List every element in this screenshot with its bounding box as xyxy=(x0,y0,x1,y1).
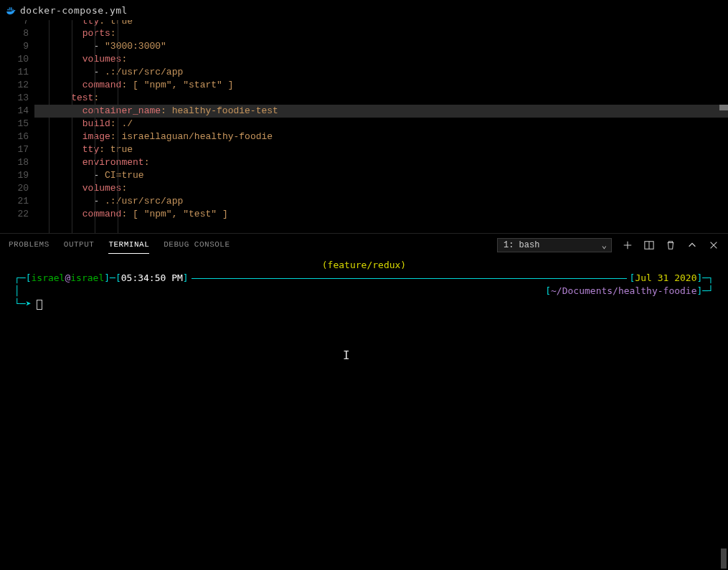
token: - xyxy=(93,41,105,52)
close-panel-icon[interactable] xyxy=(708,239,719,251)
panel-tab-problems[interactable]: PROBLEMS xyxy=(9,236,49,254)
code-line[interactable]: build: ./ xyxy=(34,118,728,130)
token: : xyxy=(144,157,150,168)
code-line[interactable]: tty: true xyxy=(34,20,728,27)
panel-tab-output[interactable]: OUTPUT xyxy=(64,236,95,254)
token: tty xyxy=(82,144,99,155)
prompt-input-line[interactable]: └─➤ xyxy=(14,298,714,310)
panel-tab-bar: PROBLEMSOUTPUTTERMINALDEBUG CONSOLE 1: b… xyxy=(0,233,728,256)
code-line[interactable]: volumes: xyxy=(34,182,728,195)
line-number: 14 xyxy=(0,105,29,118)
token: image xyxy=(82,131,110,142)
code-content[interactable]: tty: true ports: - "3000:3000" volumes: … xyxy=(34,20,728,233)
terminal-selector-label: 1: bash xyxy=(504,240,539,250)
prompt-fill xyxy=(189,272,630,285)
scrollbar-thumb[interactable] xyxy=(721,548,727,569)
terminal[interactable]: (feature/redux) ┌─[israel@israel]─[05:34… xyxy=(0,256,728,570)
token: command xyxy=(82,209,122,219)
token: [ xyxy=(127,209,143,219)
line-number: 18 xyxy=(0,156,29,169)
line-number: 22 xyxy=(0,208,29,221)
token: [ xyxy=(127,80,143,90)
panel-tab-terminal[interactable]: TERMINAL xyxy=(108,236,149,254)
line-number: 19 xyxy=(0,169,29,182)
token: true xyxy=(110,144,133,155)
token: , xyxy=(172,80,184,90)
prompt-left: ┌─[israel@israel]─[05:34:50 PM] xyxy=(14,272,189,285)
token: "npm" xyxy=(144,80,172,90)
line-number: 7 xyxy=(0,20,29,27)
code-line[interactable]: command: [ "npm", "test" ] xyxy=(34,208,728,221)
kill-terminal-icon[interactable] xyxy=(665,239,676,251)
token: container_name xyxy=(82,105,161,116)
prompt-cwd: [~/Documents/healthy-foodie]─┘ xyxy=(545,285,714,298)
maximize-panel-icon[interactable] xyxy=(686,239,698,251)
token: volumes xyxy=(82,54,122,65)
token: - xyxy=(93,67,105,77)
code-line[interactable]: command: [ "npm", "start" ] xyxy=(34,79,728,92)
token: : xyxy=(110,131,116,142)
token: ports xyxy=(82,28,110,39)
terminal-selector[interactable]: 1: bash ⌄ xyxy=(497,238,612,252)
line-number: 20 xyxy=(0,182,29,195)
tab-filename: docker-compose.yml xyxy=(20,5,128,16)
token: , xyxy=(172,209,184,219)
token: .:/usr/src/app xyxy=(105,196,183,206)
line-number: 15 xyxy=(0,118,29,130)
code-line[interactable]: image: israellaguan/healthy-foodie xyxy=(34,130,728,143)
file-tab[interactable]: docker-compose.yml xyxy=(6,5,128,16)
prompt-line2-left: │ xyxy=(14,285,20,298)
line-gutter: 78910111213141516171819202122 xyxy=(0,20,34,233)
git-branch: (feature/redux) xyxy=(14,259,714,272)
token: "start" xyxy=(183,80,222,90)
code-line[interactable]: ports: xyxy=(34,27,728,40)
token: true xyxy=(110,20,133,27)
token: command xyxy=(82,80,122,90)
code-line[interactable]: - .:/usr/src/app xyxy=(34,66,728,79)
tab-bar: docker-compose.yml xyxy=(0,0,728,20)
code-line[interactable]: container_name: healthy-foodie-test xyxy=(34,105,728,118)
token: environment xyxy=(82,157,144,168)
minimap-highlight[interactable] xyxy=(719,105,728,110)
token: : xyxy=(161,105,166,116)
token: test xyxy=(71,92,93,103)
token: - xyxy=(93,196,105,206)
token: ] xyxy=(217,209,228,219)
panel-tab-debug-console[interactable]: DEBUG CONSOLE xyxy=(164,236,230,254)
prompt-date: [Jul 31 2020]─┐ xyxy=(630,272,714,285)
token: CI=true xyxy=(105,170,144,181)
line-number: 8 xyxy=(0,27,29,40)
editor[interactable]: 78910111213141516171819202122 tty: true … xyxy=(0,20,728,233)
token: ./ xyxy=(121,118,133,129)
line-number: 16 xyxy=(0,130,29,143)
token: volumes xyxy=(82,183,122,194)
split-terminal-icon[interactable] xyxy=(643,239,655,251)
code-line[interactable]: - CI=true xyxy=(34,169,728,182)
token: build xyxy=(82,118,110,129)
line-number: 10 xyxy=(0,53,29,66)
token: : xyxy=(99,20,105,27)
new-terminal-icon[interactable] xyxy=(622,239,633,251)
chevron-down-icon: ⌄ xyxy=(602,240,607,251)
token: : xyxy=(121,54,127,65)
token: "3000:3000" xyxy=(105,41,166,52)
token: : xyxy=(99,144,105,155)
line-number: 17 xyxy=(0,143,29,156)
code-line[interactable]: - "3000:3000" xyxy=(34,40,728,53)
code-line[interactable]: volumes: xyxy=(34,53,728,66)
line-number: 21 xyxy=(0,195,29,208)
token xyxy=(166,105,172,116)
code-line[interactable]: tty: true xyxy=(34,143,728,156)
token: - xyxy=(93,170,105,181)
token: : xyxy=(93,92,99,103)
token: israellaguan/healthy-foodie xyxy=(121,131,273,142)
token: : xyxy=(121,183,127,194)
text-cursor-icon: I xyxy=(343,349,350,362)
token xyxy=(105,144,110,155)
code-line[interactable]: environment: xyxy=(34,156,728,169)
line-number: 13 xyxy=(0,92,29,105)
line-number: 12 xyxy=(0,79,29,92)
line-number: 11 xyxy=(0,66,29,79)
code-line[interactable]: test: xyxy=(34,92,728,105)
code-line[interactable]: - .:/usr/src/app xyxy=(34,195,728,208)
